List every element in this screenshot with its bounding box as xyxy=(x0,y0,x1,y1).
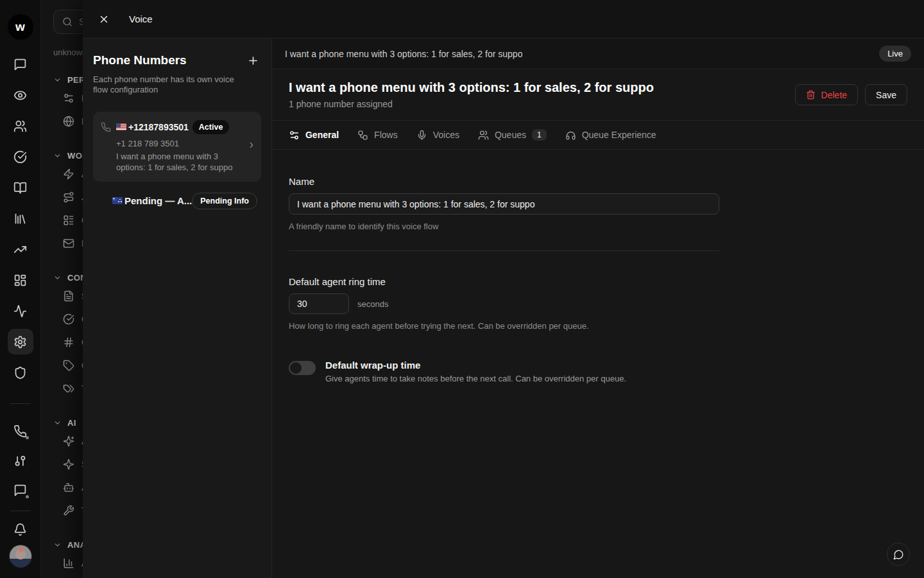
status-badge-pending-info: Pending Info xyxy=(192,193,257,209)
contacts-nav-button[interactable] xyxy=(8,113,33,139)
tab-bar: General Flows Voices Queues1 Queue Exper… xyxy=(272,121,924,150)
chevron-down-icon xyxy=(53,541,62,549)
voice-nav-button[interactable] xyxy=(8,418,33,444)
queues-count-badge: 1 xyxy=(532,129,547,141)
tags-icon xyxy=(63,383,74,394)
close-modal-button[interactable] xyxy=(96,12,112,27)
name-label: Name xyxy=(289,176,314,187)
close-icon xyxy=(98,13,110,25)
tab-label: Queues xyxy=(495,130,526,140)
bar-chart-icon xyxy=(63,557,74,569)
bell-icon xyxy=(13,523,27,536)
knowledge-nav-button[interactable] xyxy=(8,175,33,200)
app-logo[interactable]: w xyxy=(8,14,33,40)
wrench-icon xyxy=(63,505,74,516)
voice-modal: Voice Phone Numbers Each phone number ha… xyxy=(83,0,924,578)
sparkle-icon xyxy=(63,459,74,470)
breadcrumb: I want a phone menu with 3 options: 1 fo… xyxy=(285,49,522,59)
layout-list-icon xyxy=(63,215,74,226)
trending-up-icon xyxy=(13,243,27,256)
sliders-icon xyxy=(63,92,74,104)
gear-icon xyxy=(13,335,27,349)
security-nav-button[interactable] xyxy=(8,360,33,385)
title-row: I want a phone menu with 3 options: 1 fo… xyxy=(272,69,924,121)
activity-icon xyxy=(13,304,27,318)
tasks-nav-button[interactable] xyxy=(8,144,33,170)
notification-dot xyxy=(26,495,29,498)
tab-label: General xyxy=(305,130,339,140)
tab-queues[interactable]: Queues1 xyxy=(478,129,547,141)
ring-time-input[interactable] xyxy=(289,293,349,314)
ring-time-unit: seconds xyxy=(357,299,388,309)
trash-icon xyxy=(806,90,816,100)
page-title: I want a phone menu with 3 options: 1 fo… xyxy=(289,80,654,95)
tab-flows[interactable]: Flows xyxy=(357,130,398,141)
tab-voices[interactable]: Voices xyxy=(416,130,459,141)
voice-flow-main-panel: I want a phone menu with 3 options: 1 fo… xyxy=(272,39,924,578)
check-circle-icon xyxy=(63,313,74,325)
au-flag-icon xyxy=(112,197,123,204)
ring-time-row: seconds xyxy=(289,293,907,314)
trends-nav-button[interactable] xyxy=(8,236,33,262)
notifications-button[interactable] xyxy=(8,516,33,542)
name-field-group: Name A friendly name to identify this vo… xyxy=(289,176,907,231)
rail-nav xyxy=(8,51,33,385)
pending-label-text: Pending — A... xyxy=(124,195,192,206)
wrap-up-helper-text: Give agents time to take notes before th… xyxy=(325,374,626,383)
name-input[interactable] xyxy=(289,193,719,215)
message-square-icon xyxy=(13,58,27,71)
messages-nav-button[interactable] xyxy=(8,477,33,503)
name-helper-text: A friendly name to identify this voice f… xyxy=(289,222,907,231)
tab-general[interactable]: General xyxy=(289,130,339,141)
general-tab-content: Name A friendly name to identify this vo… xyxy=(272,150,924,578)
wrap-up-toggle[interactable] xyxy=(289,361,316,375)
phone-panel-title: Phone Numbers xyxy=(93,53,187,67)
phone-number-flow-name: I want a phone menu with 3 options: 1 fo… xyxy=(101,151,253,173)
eye-icon xyxy=(13,89,27,102)
breadcrumb-bar: I want a phone menu with 3 options: 1 fo… xyxy=(272,39,924,69)
mail-icon xyxy=(63,238,74,249)
search-icon xyxy=(62,17,73,27)
save-button[interactable]: Save xyxy=(865,84,907,105)
modal-title: Voice xyxy=(129,13,153,24)
check-circle-icon xyxy=(13,150,27,164)
globe-icon xyxy=(63,116,74,127)
phone-number-row-pending[interactable]: Pending — A... Pending Info xyxy=(93,193,261,209)
sliders-icon xyxy=(289,130,300,141)
phone-panel-header: Phone Numbers xyxy=(93,53,261,68)
layout-dashboard-icon xyxy=(13,274,27,287)
sliders-icon xyxy=(13,454,27,468)
chevron-down-icon xyxy=(53,76,62,84)
modal-body: Phone Numbers Each phone number has its … xyxy=(83,39,924,578)
chevron-down-icon xyxy=(53,152,62,160)
library-nav-button[interactable] xyxy=(8,206,33,231)
plus-icon xyxy=(247,55,259,67)
user-avatar[interactable] xyxy=(9,545,32,568)
shield-icon xyxy=(13,366,27,380)
add-phone-number-button[interactable] xyxy=(246,53,261,68)
activity-nav-button[interactable] xyxy=(8,298,33,324)
zap-icon xyxy=(63,168,74,180)
bot-icon xyxy=(63,482,74,493)
headphones-icon xyxy=(565,130,576,141)
chat-bubble-icon xyxy=(893,549,904,560)
page-subtitle: 1 phone number assigned xyxy=(289,99,654,109)
tab-queue-experience[interactable]: Queue Experience xyxy=(565,130,656,141)
phone-number-card-active[interactable]: +12187893501 Active +1 218 789 3501 I wa… xyxy=(93,112,261,182)
modal-header: Voice xyxy=(83,0,924,39)
status-badge-active: Active xyxy=(193,120,230,134)
wrap-up-time-group: Default wrap-up time Give agents time to… xyxy=(289,360,907,383)
chat-nav-button[interactable] xyxy=(8,51,33,77)
notification-dot xyxy=(26,436,29,439)
delete-button[interactable]: Delete xyxy=(795,84,858,105)
phone-panel-description: Each phone number has its own voice flow… xyxy=(93,74,246,96)
route-icon xyxy=(63,191,74,203)
flows-nav-button[interactable] xyxy=(8,448,33,473)
dashboard-nav-button[interactable] xyxy=(8,267,33,293)
support-chat-button[interactable] xyxy=(887,543,910,566)
settings-nav-button[interactable] xyxy=(8,329,33,355)
us-flag-icon xyxy=(116,123,126,130)
nav-rail: w xyxy=(0,0,41,578)
watch-nav-button[interactable] xyxy=(8,82,33,108)
tag-icon xyxy=(63,360,74,371)
